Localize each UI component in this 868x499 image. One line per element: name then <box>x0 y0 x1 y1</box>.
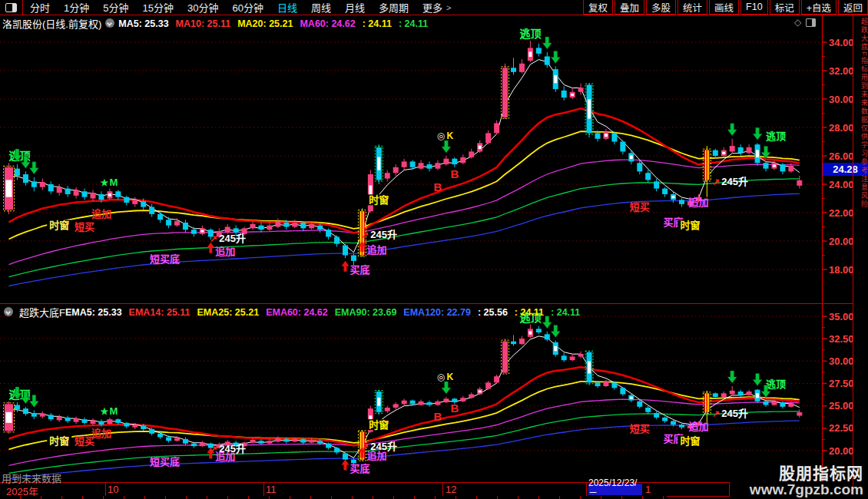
chart-annotation: ↗ <box>712 408 720 419</box>
candle-inner <box>528 331 532 334</box>
chart-annotation: ★ <box>101 406 109 417</box>
candle-body <box>115 191 121 197</box>
candle-inner <box>756 150 759 157</box>
candle-inner <box>605 134 608 137</box>
candle-stripe <box>707 150 709 180</box>
time-divider <box>442 483 443 496</box>
price-tick-label: 20.00 <box>829 236 854 247</box>
candle-body <box>654 413 659 418</box>
candle-body <box>124 197 129 203</box>
candle-body <box>511 68 516 72</box>
buy-arrow-icon <box>342 460 350 471</box>
pane-split-icon[interactable] <box>806 18 816 27</box>
candle-body <box>57 417 62 421</box>
candle-body <box>519 339 525 344</box>
candle-body <box>502 342 508 373</box>
candle-body <box>40 182 45 187</box>
chart-area[interactable]: 逃顶时窗短买追加★M短买底追加↗245升买底追加↗245升时窗◎KBB逃顶短买买… <box>0 0 868 499</box>
candle-body <box>494 376 499 382</box>
chart-panel[interactable]: 逃顶时窗短买追加★M短买底追加↗245升买底追加↗245升时窗◎KBB逃顶短买买… <box>0 311 854 479</box>
candle-inner <box>630 156 633 159</box>
candle-body <box>149 429 154 434</box>
candle-body <box>48 184 54 191</box>
candle-body <box>200 443 205 447</box>
chart-annotation: ↗ <box>361 441 369 452</box>
candle-body <box>292 439 297 442</box>
sell-arrow-icon <box>551 326 560 338</box>
indicator-title: 超跌大底F <box>19 305 65 319</box>
time-label: 11 <box>266 484 277 495</box>
chart-annotation: 短买底 <box>150 253 180 265</box>
watermark-name: 股朋指标网 <box>750 465 863 483</box>
candle-body <box>23 174 28 183</box>
chart-annotation: 时窗 <box>680 220 700 231</box>
candle-body <box>485 133 491 143</box>
candle-body <box>65 189 71 194</box>
candle-body <box>141 201 146 207</box>
time-axis: 2025/12/23/二 2025年1011121 <box>0 482 730 497</box>
buy-arrow-icon <box>342 261 350 272</box>
candle-stripe <box>705 150 707 180</box>
sell-arrow-icon <box>727 371 737 383</box>
candle-body <box>730 391 735 395</box>
candle-body <box>645 173 651 180</box>
chart-annotation: 短买 <box>630 423 650 435</box>
candle-body <box>334 448 340 453</box>
price-tick-label: 34.00 <box>829 37 854 48</box>
price-tick-label: 25.00 <box>829 400 854 411</box>
time-divider <box>263 483 264 496</box>
sub-chart-header: 超跌大底F EMA5: 25.33EMA14: 25.11EMA25: 25.2… <box>0 303 853 319</box>
ema-indicator-values: EMA5: 25.33EMA14: 25.11EMA25: 25.21EMA60… <box>65 306 587 318</box>
candle-body <box>603 382 608 386</box>
candle-body <box>460 398 465 402</box>
chart-annotation: 时窗 <box>369 194 389 206</box>
candle-body <box>191 230 197 234</box>
candle-body <box>713 150 718 156</box>
candle-body <box>74 190 79 195</box>
chart-annotation: M <box>109 177 118 188</box>
diamond-icon[interactable]: ◇ <box>794 17 801 28</box>
candle-body <box>654 181 659 188</box>
time-label: 10 <box>108 484 118 495</box>
candle-body <box>157 214 163 220</box>
collapse-chevron-icon[interactable] <box>4 307 13 316</box>
sell-arrow-icon <box>442 140 451 153</box>
candle-body <box>427 164 432 169</box>
candle-inner <box>108 193 111 197</box>
candle-body <box>788 403 793 407</box>
candle-body <box>764 402 769 405</box>
candle-inner <box>377 398 380 406</box>
candle-inner <box>6 180 12 197</box>
indicator-value: EMA90: 23.69 <box>335 307 397 318</box>
candle-body <box>679 200 684 204</box>
indicator-value: EMA5: 25.33 <box>65 307 122 318</box>
candle-inner <box>588 99 591 118</box>
candle-body <box>166 220 171 225</box>
candle-body <box>443 398 449 402</box>
candle-body <box>780 164 785 171</box>
sell-arrow-icon <box>551 51 560 63</box>
candle-body <box>157 434 163 438</box>
candle-body <box>410 161 416 167</box>
time-label: 12 <box>446 484 456 495</box>
candle-inner <box>672 196 675 198</box>
chart-annotation: 追加 <box>688 197 708 208</box>
candle-body <box>166 438 171 441</box>
chart-annotation: K <box>447 131 454 141</box>
indicator-value: : 24.11 <box>515 307 544 318</box>
chart-annotation: ↗ <box>712 177 720 187</box>
candle-body <box>309 224 314 229</box>
candle-body <box>317 226 323 230</box>
candle-body <box>671 421 676 425</box>
candle-body <box>797 412 802 415</box>
chart-annotation: K <box>447 372 454 382</box>
candle-body <box>141 425 146 429</box>
side-note-strip: 超跌大底F指标用到未来数据仅供学习参考注意风险 <box>853 15 868 495</box>
candle-body <box>502 68 508 117</box>
candle-inner <box>528 51 532 57</box>
chart-panel[interactable]: 逃顶时窗短买追加★M短买底追加↗245升买底追加↗245升时窗◎KBB逃顶短买买… <box>0 28 854 286</box>
candlestick-charts[interactable]: 逃顶时窗短买追加★M短买底追加↗245升买底追加↗245升时窗◎KBB逃顶短买买… <box>0 0 868 499</box>
candle-body <box>611 382 617 388</box>
chart-annotation: 短买底 <box>150 456 180 468</box>
candle-body <box>519 64 525 72</box>
